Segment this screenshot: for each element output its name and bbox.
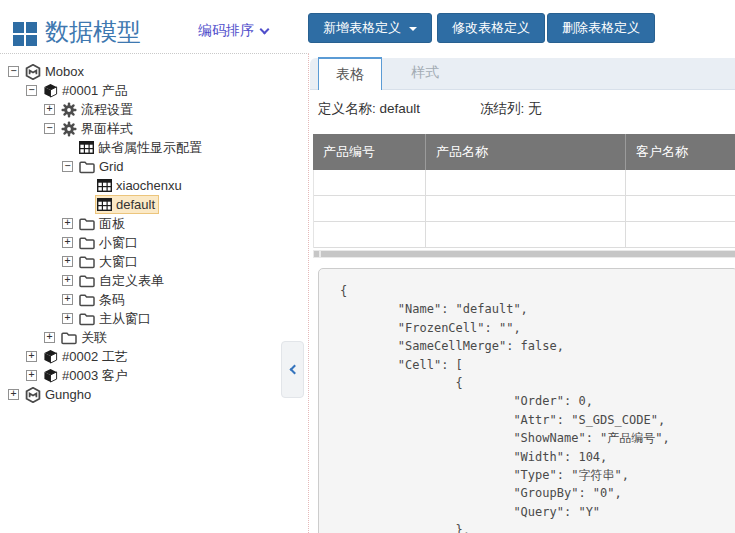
model-tree-panel: −Mobox−#0001 产品+流程设置−界面样式缺省属性显示配置−Gridxi… bbox=[0, 53, 309, 533]
table-row[interactable] bbox=[314, 170, 735, 196]
table-icon bbox=[97, 198, 112, 211]
mobox-logo-icon bbox=[25, 64, 41, 80]
tab-table[interactable]: 表格 bbox=[318, 57, 382, 90]
tab-style[interactable]: 样式 bbox=[394, 57, 456, 89]
tree-item[interactable]: +小窗口 bbox=[0, 233, 308, 252]
tree-node[interactable]: Gungho bbox=[23, 385, 95, 405]
tree-item-label: #0003 客户 bbox=[62, 367, 128, 385]
tree-node[interactable]: 缺省属性显示配置 bbox=[77, 137, 206, 159]
tree-node[interactable]: Mobox bbox=[23, 62, 88, 82]
column-header[interactable]: 产品名称 bbox=[425, 134, 625, 170]
table-row[interactable] bbox=[314, 222, 735, 248]
table-cell bbox=[626, 196, 735, 221]
tree-item[interactable]: +#0003 客户 bbox=[0, 366, 308, 385]
add-table-definition-button[interactable]: 新增表格定义 bbox=[308, 13, 432, 43]
tree-item-label: xiaochenxu bbox=[116, 178, 182, 193]
detail-panel: 表格 样式 定义名称: default 冻结列: 无 产品编号产品名称客户名称 … bbox=[309, 53, 735, 533]
json-definition-box[interactable]: { "Name": "default", "FrozenCell": "", "… bbox=[318, 268, 735, 533]
folder-icon bbox=[79, 160, 95, 174]
tree-item[interactable]: −界面样式 bbox=[0, 119, 308, 138]
tree-item[interactable]: +大窗口 bbox=[0, 252, 308, 271]
tree-item[interactable]: −#0001 产品 bbox=[0, 81, 308, 100]
tree-item[interactable]: +主从窗口 bbox=[0, 309, 308, 328]
column-header[interactable]: 客户名称 bbox=[625, 134, 735, 170]
tree-item[interactable]: +面板 bbox=[0, 214, 308, 233]
tree-item[interactable]: +Gungho bbox=[0, 385, 308, 404]
folder-icon bbox=[79, 274, 95, 288]
collapse-icon[interactable]: − bbox=[62, 161, 73, 172]
collapse-icon[interactable]: − bbox=[44, 123, 55, 134]
cube-icon bbox=[43, 368, 58, 383]
edit-table-definition-label: 修改表格定义 bbox=[452, 20, 530, 35]
table-row[interactable] bbox=[314, 196, 735, 222]
preview-table: 产品编号产品名称客户名称 bbox=[313, 134, 735, 248]
json-definition-code[interactable]: { "Name": "default", "FrozenCell": "", "… bbox=[340, 282, 735, 533]
tree-node[interactable]: xiaochenxu bbox=[95, 176, 186, 195]
tree-item[interactable]: default bbox=[0, 195, 308, 214]
tree-item[interactable]: xiaochenxu bbox=[0, 176, 308, 195]
horizontal-scrollbar[interactable] bbox=[313, 250, 735, 258]
table-cell bbox=[626, 222, 735, 247]
tree-node[interactable]: #0003 客户 bbox=[41, 365, 132, 387]
expand-icon[interactable]: + bbox=[62, 256, 73, 267]
tree-item-label: 流程设置 bbox=[81, 101, 133, 119]
chevron-left-icon bbox=[289, 365, 299, 375]
table-header-row: 产品编号产品名称客户名称 bbox=[313, 134, 735, 170]
table-cell bbox=[314, 196, 426, 221]
tree-item-label: Mobox bbox=[45, 64, 84, 79]
tree-item-label: default bbox=[116, 197, 155, 212]
table-cell bbox=[626, 170, 735, 195]
tree-item[interactable]: −Grid bbox=[0, 157, 308, 176]
folder-icon bbox=[61, 331, 77, 345]
scrollbar-thumb[interactable] bbox=[321, 251, 735, 257]
collapse-icon[interactable]: − bbox=[26, 85, 37, 96]
expand-icon[interactable]: + bbox=[26, 351, 37, 362]
tree-item[interactable]: 缺省属性显示配置 bbox=[0, 138, 308, 157]
delete-table-definition-button[interactable]: 删除表格定义 bbox=[547, 13, 655, 43]
expand-icon[interactable]: + bbox=[44, 332, 55, 343]
tree-item-label: Grid bbox=[99, 159, 124, 174]
chevron-down-icon bbox=[260, 25, 270, 35]
sort-order-label: 编码排序 bbox=[198, 22, 254, 38]
tree-node-selected[interactable]: default bbox=[95, 195, 159, 214]
table-cell bbox=[426, 170, 626, 195]
tree-item-label: 面板 bbox=[99, 215, 125, 233]
collapse-icon[interactable]: − bbox=[8, 66, 19, 77]
definition-name-value: default bbox=[380, 101, 421, 116]
page-title: 数据模型 bbox=[45, 16, 141, 48]
tab-bar: 表格 样式 bbox=[310, 58, 735, 90]
cube-icon bbox=[43, 83, 58, 98]
tree-item[interactable]: +流程设置 bbox=[0, 100, 308, 119]
tree-item-label: 条码 bbox=[99, 291, 125, 309]
frozen-column-label: 冻结列: bbox=[480, 101, 524, 116]
folder-icon bbox=[79, 312, 95, 326]
expand-icon[interactable]: + bbox=[62, 294, 73, 305]
expand-icon[interactable]: + bbox=[62, 313, 73, 324]
gear-icon bbox=[61, 121, 77, 137]
tree-node[interactable]: Grid bbox=[77, 157, 128, 176]
expand-icon[interactable]: + bbox=[44, 104, 55, 115]
sort-order-dropdown[interactable]: 编码排序 bbox=[198, 22, 268, 40]
tree-item-label: #0002 工艺 bbox=[62, 348, 128, 366]
tree-item[interactable]: +关联 bbox=[0, 328, 308, 347]
folder-icon bbox=[79, 293, 95, 307]
tree-item-label: 界面样式 bbox=[81, 120, 133, 138]
mobox-logo-icon bbox=[25, 387, 41, 403]
expand-icon[interactable]: + bbox=[62, 275, 73, 286]
expand-icon[interactable]: + bbox=[62, 237, 73, 248]
tree-item[interactable]: −Mobox bbox=[0, 62, 308, 81]
tree-item[interactable]: +条码 bbox=[0, 290, 308, 309]
table-cell bbox=[426, 196, 626, 221]
table-body bbox=[313, 170, 735, 248]
tree-item[interactable]: +#0002 工艺 bbox=[0, 347, 308, 366]
tree-item-label: #0001 产品 bbox=[62, 82, 128, 100]
collapse-panel-button[interactable] bbox=[281, 341, 304, 398]
column-header[interactable]: 产品编号 bbox=[313, 134, 425, 170]
expand-icon[interactable]: + bbox=[8, 389, 19, 400]
tree-item[interactable]: +自定义表单 bbox=[0, 271, 308, 290]
edit-table-definition-button[interactable]: 修改表格定义 bbox=[437, 13, 545, 43]
scrollbar-nub[interactable] bbox=[314, 251, 319, 257]
expand-icon[interactable]: + bbox=[26, 370, 37, 381]
expand-icon[interactable]: + bbox=[62, 218, 73, 229]
cube-icon bbox=[43, 349, 58, 364]
